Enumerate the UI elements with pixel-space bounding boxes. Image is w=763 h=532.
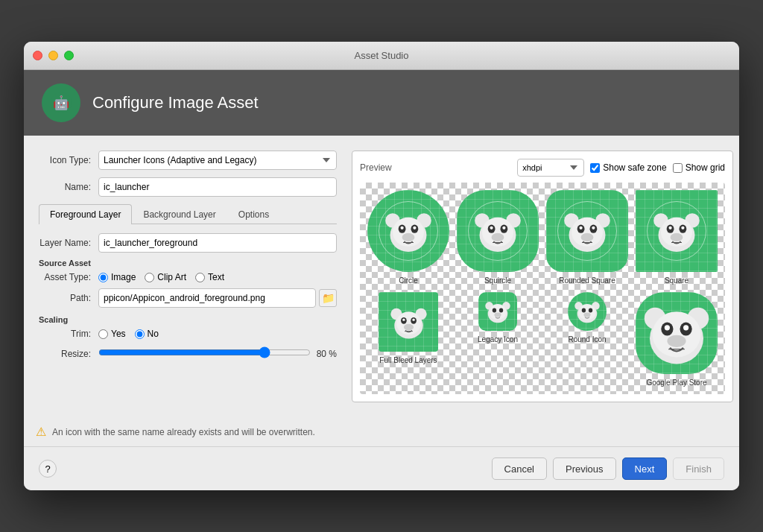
resize-slider-row: 80 % [98,346,337,361]
icon-label-google-play: Google Play Store [646,379,706,387]
svg-point-65 [583,313,590,317]
help-button[interactable]: ? [39,460,57,478]
svg-point-57 [499,308,503,312]
page-title: Configure Image Asset [92,93,259,113]
icon-cell-full-bleed: Full Bleed Layers [367,292,449,387]
show-safe-zone-checkbox[interactable] [590,163,600,173]
asset-type-label: Asset Type: [39,272,98,282]
close-button[interactable] [33,51,42,60]
preview-header: Preview ldpi mdpi hdpi xhdpi xxhdpi xxxh… [360,159,725,177]
scaling-header: Scaling [39,315,337,324]
icon-preview-squircle [457,190,539,272]
left-panel: Icon Type: Launcher Icons (Adaptive and … [39,151,337,402]
resize-row: Resize: 80 % [39,346,337,361]
svg-text:🤖: 🤖 [53,95,70,111]
cancel-button[interactable]: Cancel [492,457,547,480]
trim-yes-radio[interactable] [98,329,108,339]
tab-background-layer[interactable]: Background Layer [132,204,227,224]
resize-label: Resize: [39,349,98,359]
svg-point-20 [492,233,504,241]
browse-folder-button[interactable]: 📁 [319,289,337,307]
asset-type-row: Asset Type: Image Clip Art Text [39,272,337,282]
path-row: Path: 📁 [39,288,337,308]
show-grid-checkbox[interactable] [673,163,683,173]
warning-icon: ⚠ [36,425,46,439]
resize-slider-container [98,346,311,361]
warning-row: ⚠ An icon with the same name already exi… [24,417,739,446]
titlebar: Asset Studio [24,42,739,70]
svg-point-18 [490,227,493,229]
show-grid-text: Show grid [686,162,725,173]
svg-point-58 [494,313,501,317]
trim-yes-option[interactable]: Yes [98,329,126,339]
previous-button[interactable]: Previous [553,457,616,480]
icon-label-square: Square [665,276,688,285]
icon-preview-round [568,292,607,331]
trim-no-option[interactable]: No [135,329,159,339]
svg-point-30 [581,233,594,241]
asset-type-clipart-option[interactable]: Clip Art [145,272,186,282]
path-label: Path: [39,293,98,303]
icon-type-label: Icon Type: [39,155,98,165]
icon-label-circle: Circle [399,276,418,285]
layer-name-row: Layer Name: [39,233,337,253]
footer: ? Cancel Previous Next Finish [24,446,739,490]
svg-point-62 [579,304,596,320]
tab-foreground-layer[interactable]: Foreground Layer [39,204,132,224]
svg-point-40 [671,233,683,241]
finish-button[interactable]: Finish [673,457,724,480]
svg-point-73 [683,325,688,330]
footer-buttons: ? Cancel Previous Next Finish [39,457,724,480]
icon-label-rounded: Rounded Square [559,276,615,285]
svg-point-64 [589,308,592,312]
asset-type-image-option[interactable]: Image [98,272,136,282]
icon-label-round: Round Icon [568,335,606,343]
layer-name-control [98,233,337,253]
right-panel: Preview ldpi mdpi hdpi xhdpi xxhdpi xxxh… [352,151,733,402]
asset-type-text-option[interactable]: Text [195,272,224,282]
asset-type-clipart-radio[interactable] [145,273,154,282]
name-input[interactable] [98,177,337,197]
icon-type-row: Icon Type: Launcher Icons (Adaptive and … [39,151,337,170]
show-safe-zone-label[interactable]: Show safe zone [590,162,666,173]
asset-type-image-radio[interactable] [98,273,108,282]
svg-point-63 [582,308,586,312]
trim-label: Trim: [39,329,98,339]
svg-point-19 [502,227,505,229]
trim-no-radio[interactable] [135,329,145,339]
show-grid-label[interactable]: Show grid [673,162,725,173]
svg-point-39 [681,227,684,229]
preview-label: Preview [360,162,392,173]
name-control [98,177,337,197]
path-control: 📁 [98,288,337,308]
svg-point-10 [402,233,415,241]
icon-grid: Circle [367,190,718,387]
maximize-button[interactable] [64,51,74,60]
next-button[interactable]: Next [622,457,668,480]
tab-options[interactable]: Options [227,204,280,224]
svg-point-49 [412,318,414,320]
minimize-button[interactable] [48,51,58,60]
icon-preview-rounded [546,190,628,272]
icon-type-select[interactable]: Launcher Icons (Adaptive and Legacy) [98,151,337,170]
svg-point-50 [403,323,413,330]
svg-point-72 [665,325,670,330]
icon-cell-google-play: Google Play Store [636,292,718,387]
layer-name-input[interactable] [98,233,337,253]
show-safe-zone-text: Show safe zone [603,162,666,173]
source-asset-header: Source Asset [39,259,337,267]
traffic-lights [33,51,74,60]
asset-type-group: Image Clip Art Text [98,272,224,282]
icon-preview-google-play [636,292,718,374]
preview-grid: Circle [360,183,725,394]
svg-point-38 [669,227,672,229]
path-input[interactable] [98,288,316,308]
header-icon: 🤖 [42,83,80,122]
dpi-select[interactable]: ldpi mdpi hdpi xhdpi xxhdpi xxxhdpi [517,159,584,177]
icon-label-squircle: Squircle [484,276,511,285]
resize-slider[interactable] [98,346,311,358]
icon-preview-legacy [478,292,517,331]
icon-preview-full-bleed [379,292,438,352]
asset-type-text-radio[interactable] [195,273,205,282]
name-row: Name: [39,177,337,197]
